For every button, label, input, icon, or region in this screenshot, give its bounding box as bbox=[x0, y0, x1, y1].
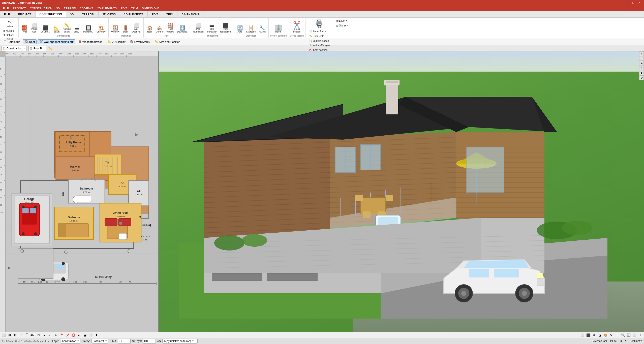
tab-2d-views[interactable]: 2D VIEWS bbox=[99, 11, 120, 17]
pan-btn[interactable]: ✥ bbox=[639, 71, 644, 75]
navigate-6[interactable]: I bbox=[637, 333, 643, 338]
view-mode-3[interactable]: ⧉ bbox=[591, 333, 597, 338]
arc-btn[interactable]: ⌒ bbox=[24, 333, 30, 338]
paper-format-btn[interactable]: 📄 Paper format bbox=[308, 29, 330, 34]
wall-roof-cutting-btn[interactable]: ✂️ Wall and roof cutting out bbox=[38, 39, 75, 44]
tab-project[interactable]: PROJECT bbox=[14, 11, 35, 17]
fill-btn[interactable]: ▪ bbox=[42, 333, 47, 338]
text-btn[interactable]: Abc bbox=[30, 333, 36, 338]
layer-value-dropdown[interactable]: Konstruktion ▼ bbox=[61, 339, 80, 343]
downpipe-btn[interactable]: ⬇️ Downpipe bbox=[176, 25, 189, 34]
line-btn[interactable]: / bbox=[18, 333, 24, 338]
draw-tool-5[interactable]: ↩ bbox=[76, 333, 82, 338]
column-btn[interactable]: ⬛ Column... bbox=[39, 25, 52, 34]
wood-framework-btn[interactable]: 🪵 Wood framework bbox=[76, 39, 105, 44]
roof-btn[interactable]: 🏠 Roof bbox=[145, 25, 154, 34]
tab-edit[interactable]: EDIT bbox=[148, 11, 162, 17]
view-mode-1[interactable]: ⬜ bbox=[579, 333, 585, 338]
construction-dropdown[interactable]: 🏗️ Construction ▼ bbox=[2, 46, 26, 51]
roof-storey-dropdown[interactable]: 🏠 Roof B ▼ bbox=[28, 46, 46, 51]
view-mode-4[interactable]: ◪ bbox=[597, 333, 602, 338]
floor-plan[interactable]: Garage 40.01 m² Utility Room 13. bbox=[6, 57, 158, 332]
rect-btn[interactable]: □ bbox=[36, 333, 41, 338]
snap-btn[interactable]: ⬜ bbox=[1, 333, 7, 338]
railing-btn[interactable]: 🔧 Railing bbox=[257, 25, 267, 34]
wall-btn[interactable]: 🧱 Wall bbox=[20, 25, 29, 34]
profiled-beam-btn[interactable]: 📏 Profiledbeam bbox=[62, 22, 72, 34]
draw-tool-1[interactable]: ✏ bbox=[53, 333, 59, 338]
menu-dimensions[interactable]: DIMENSIONS bbox=[140, 6, 162, 10]
navigate-5[interactable]: ⬜ bbox=[632, 333, 637, 338]
coord-system-dropdown[interactable]: dx,dy (relative cartesian) ▼ bbox=[162, 339, 198, 343]
draw-tool-6[interactable]: ▣ bbox=[82, 333, 88, 338]
tab-trim[interactable]: TRIM bbox=[162, 11, 177, 17]
tab-2d-elements[interactable]: 2D-ELEMENTS bbox=[120, 11, 148, 17]
draw-tool-7[interactable]: 📊 bbox=[88, 333, 94, 338]
dx-input[interactable] bbox=[118, 339, 131, 343]
storey-dropdown[interactable]: 🏢 Storey ▼ bbox=[334, 23, 350, 28]
menu-trim[interactable]: TRIM bbox=[129, 6, 140, 10]
view-mode-2[interactable]: ⬛ bbox=[585, 333, 591, 338]
draw-tool-3[interactable]: 📌 bbox=[65, 333, 70, 338]
menu-file[interactable]: FILE bbox=[1, 6, 11, 10]
draw-tool-8[interactable]: I bbox=[94, 333, 99, 338]
zoom-out-btn[interactable]: - bbox=[639, 56, 644, 61]
raft-foundation-btn[interactable]: ⬛ Raftfoundation bbox=[219, 22, 232, 34]
auto-btn[interactable]: 🔄 Auto bbox=[235, 25, 244, 34]
ortho-btn[interactable]: ⊟ bbox=[13, 333, 18, 338]
unit-scale-btn[interactable]: 📏 Unit/Scale bbox=[308, 34, 330, 38]
door-btn[interactable]: 🚪 Door bbox=[121, 25, 130, 34]
select-btn[interactable]: ↖ Select bbox=[2, 19, 17, 29]
minimize-btn[interactable]: ─ bbox=[625, 1, 630, 5]
cross-section-btn[interactable]: ✂️ Crosssection bbox=[292, 21, 302, 34]
2d-display-btn[interactable]: 📐 2D Display bbox=[106, 39, 127, 44]
borders-margins-btn[interactable]: 📋 Borders/Margins bbox=[307, 43, 331, 47]
menu-3d[interactable]: 3D bbox=[54, 6, 62, 10]
menu-terrain[interactable]: TERRAIN bbox=[62, 6, 78, 10]
grid-btn[interactable]: ⊞ bbox=[7, 333, 12, 338]
catalogue-btn[interactable]: 📋 Catalogue bbox=[2, 39, 22, 44]
close-btn[interactable]: ✕ bbox=[637, 1, 642, 5]
navigate-2[interactable]: ↑ bbox=[614, 333, 620, 338]
draw-tool-4[interactable]: ⭕ bbox=[71, 333, 76, 338]
chimney-btn[interactable]: 🏗️ Chimney bbox=[95, 25, 107, 34]
layer-storey-btn[interactable]: 📚 Layer/Storey bbox=[128, 39, 152, 44]
options-btn[interactable]: ⚙ Options bbox=[2, 33, 17, 37]
measure-btn[interactable]: ⌂ bbox=[47, 333, 53, 338]
menu-project[interactable]: PROJECT bbox=[11, 6, 28, 10]
rotate-view-btn[interactable]: ↻ bbox=[639, 66, 644, 70]
size-position-btn[interactable]: 📏 Size and Position bbox=[153, 39, 182, 44]
dormer-btn[interactable]: 🏘️ Dormer bbox=[155, 25, 165, 34]
tab-construction[interactable]: CONSTRUCTION bbox=[36, 11, 66, 17]
room-btn[interactable]: 🏢 Room bbox=[273, 23, 284, 34]
navigate-4[interactable]: 🔄 bbox=[626, 333, 631, 338]
menu-construction[interactable]: CONSTRUCTION bbox=[28, 6, 54, 10]
roof-window-btn[interactable]: 🪟 Roofwindow bbox=[165, 22, 175, 34]
zoom-in-btn[interactable]: + bbox=[639, 51, 644, 56]
staircase-btn[interactable]: 🪜 Staircase bbox=[245, 25, 257, 34]
beam-btn[interactable]: 📐 Beam bbox=[52, 25, 61, 34]
properties-btn[interactable]: ⚙ bbox=[639, 75, 644, 80]
multiple-btn[interactable]: ☰ Multiple bbox=[2, 29, 17, 33]
navigate-1[interactable]: ↖ bbox=[608, 333, 614, 338]
menu-2d-views[interactable]: 2D VIEWS bbox=[78, 6, 96, 10]
edit-storey-icon[interactable]: ✏️ bbox=[48, 46, 52, 50]
wall-opening-btn[interactable]: ⬜ WallOpening bbox=[131, 22, 142, 34]
layer-dropdown[interactable]: 📚 Layer ▼ bbox=[334, 19, 350, 23]
tab-file[interactable]: FILE bbox=[0, 11, 14, 17]
panel-3d[interactable]: + - ⊕ ↻ ✥ ⚙ bbox=[159, 51, 644, 332]
dy-input[interactable] bbox=[143, 339, 156, 343]
virtual-wall-btn[interactable]: ⬜ Virtualwall bbox=[30, 22, 39, 34]
slab-btn[interactable]: ▬ Slab... bbox=[72, 25, 81, 34]
storey-value-dropdown[interactable]: Basement ▼ bbox=[91, 339, 108, 343]
menu-edit[interactable]: EDIT bbox=[119, 6, 129, 10]
tab-terrain[interactable]: TERRAIN bbox=[78, 11, 98, 17]
roof-sec-btn[interactable]: 🏠 Roof bbox=[23, 39, 37, 44]
window-btn[interactable]: 🪟 Window bbox=[110, 25, 121, 34]
draw-tool-2[interactable]: 📍 bbox=[59, 333, 65, 338]
menu-2d-elements[interactable]: 2D-ELEMENTS bbox=[95, 6, 119, 10]
tab-3d[interactable]: 3D bbox=[66, 11, 78, 17]
tab-dimensions[interactable]: DIMENSIONS bbox=[177, 11, 203, 17]
view-mode-5[interactable]: 🎨 bbox=[603, 333, 608, 338]
multiple-pages-btn[interactable]: 📑 Multiple pages bbox=[308, 39, 330, 43]
